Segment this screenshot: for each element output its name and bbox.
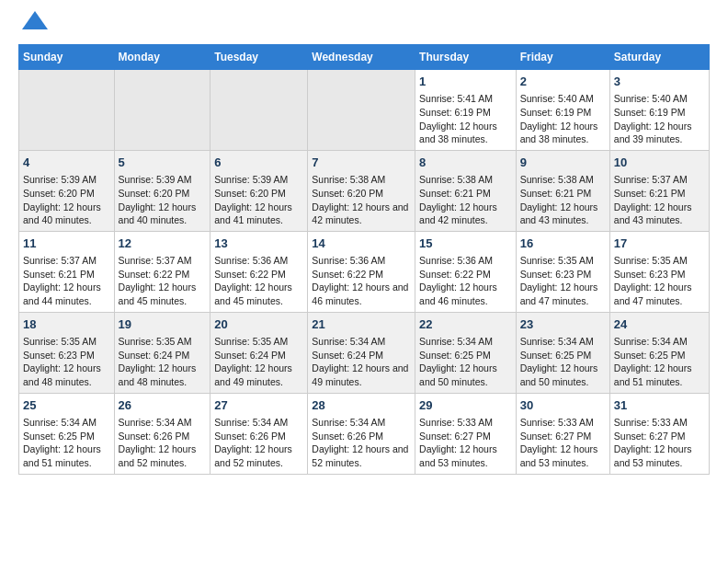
day-number: 9 bbox=[520, 155, 606, 171]
day-number: 10 bbox=[614, 155, 705, 171]
day-number: 6 bbox=[214, 155, 303, 171]
day-number: 24 bbox=[614, 316, 705, 333]
calendar-cell: 21Sunrise: 5:34 AMSunset: 6:24 PMDayligh… bbox=[308, 312, 415, 393]
calendar-cell: 14Sunrise: 5:36 AMSunset: 6:22 PMDayligh… bbox=[308, 231, 415, 312]
calendar-week-3: 11Sunrise: 5:37 AMSunset: 6:21 PMDayligh… bbox=[19, 231, 710, 312]
day-number: 21 bbox=[312, 316, 411, 333]
day-number: 13 bbox=[214, 236, 303, 252]
day-info: Sunrise: 5:37 AMSunset: 6:22 PMDaylight:… bbox=[119, 255, 197, 306]
calendar-cell: 11Sunrise: 5:37 AMSunset: 6:21 PMDayligh… bbox=[19, 231, 115, 312]
day-number: 12 bbox=[119, 236, 207, 252]
day-info: Sunrise: 5:33 AMSunset: 6:27 PMDaylight:… bbox=[419, 417, 497, 468]
calendar-cell: 24Sunrise: 5:34 AMSunset: 6:25 PMDayligh… bbox=[609, 312, 709, 393]
day-info: Sunrise: 5:36 AMSunset: 6:22 PMDaylight:… bbox=[214, 255, 292, 306]
day-info: Sunrise: 5:39 AMSunset: 6:20 PMDaylight:… bbox=[23, 174, 101, 225]
day-info: Sunrise: 5:37 AMSunset: 6:21 PMDaylight:… bbox=[23, 255, 101, 306]
calendar-cell: 16Sunrise: 5:35 AMSunset: 6:23 PMDayligh… bbox=[516, 231, 609, 312]
day-number: 5 bbox=[119, 155, 207, 171]
calendar-cell: 31Sunrise: 5:33 AMSunset: 6:27 PMDayligh… bbox=[609, 393, 709, 474]
calendar-cell bbox=[19, 70, 115, 151]
day-info: Sunrise: 5:39 AMSunset: 6:20 PMDaylight:… bbox=[214, 174, 292, 225]
day-number: 3 bbox=[614, 74, 705, 90]
calendar-cell: 7Sunrise: 5:38 AMSunset: 6:20 PMDaylight… bbox=[308, 150, 415, 231]
day-header-wednesday: Wednesday bbox=[308, 45, 415, 70]
day-number: 4 bbox=[23, 155, 110, 171]
calendar-table: SundayMondayTuesdayWednesdayThursdayFrid… bbox=[18, 44, 710, 475]
day-number: 8 bbox=[419, 155, 512, 171]
day-number: 2 bbox=[520, 74, 606, 90]
calendar-cell: 26Sunrise: 5:34 AMSunset: 6:26 PMDayligh… bbox=[114, 393, 210, 474]
calendar-cell: 27Sunrise: 5:34 AMSunset: 6:26 PMDayligh… bbox=[210, 393, 308, 474]
calendar-week-2: 4Sunrise: 5:39 AMSunset: 6:20 PMDaylight… bbox=[19, 150, 710, 231]
calendar-cell: 10Sunrise: 5:37 AMSunset: 6:21 PMDayligh… bbox=[609, 150, 709, 231]
day-info: Sunrise: 5:34 AMSunset: 6:26 PMDaylight:… bbox=[312, 417, 408, 468]
svg-marker-0 bbox=[22, 11, 48, 29]
calendar-cell: 3Sunrise: 5:40 AMSunset: 6:19 PMDaylight… bbox=[609, 70, 709, 151]
day-number: 31 bbox=[614, 397, 705, 414]
day-number: 16 bbox=[520, 236, 606, 252]
page-header bbox=[18, 18, 710, 29]
calendar-cell: 12Sunrise: 5:37 AMSunset: 6:22 PMDayligh… bbox=[114, 231, 210, 312]
calendar-cell: 17Sunrise: 5:35 AMSunset: 6:23 PMDayligh… bbox=[609, 231, 709, 312]
day-info: Sunrise: 5:34 AMSunset: 6:25 PMDaylight:… bbox=[614, 336, 692, 387]
day-header-thursday: Thursday bbox=[415, 45, 517, 70]
day-info: Sunrise: 5:35 AMSunset: 6:24 PMDaylight:… bbox=[119, 336, 197, 387]
day-info: Sunrise: 5:40 AMSunset: 6:19 PMDaylight:… bbox=[614, 93, 692, 144]
day-info: Sunrise: 5:34 AMSunset: 6:25 PMDaylight:… bbox=[520, 336, 598, 387]
calendar-week-1: 1Sunrise: 5:41 AMSunset: 6:19 PMDaylight… bbox=[19, 70, 710, 151]
day-number: 18 bbox=[23, 316, 110, 333]
day-number: 7 bbox=[312, 155, 411, 171]
calendar-cell: 19Sunrise: 5:35 AMSunset: 6:24 PMDayligh… bbox=[114, 312, 210, 393]
day-info: Sunrise: 5:41 AMSunset: 6:19 PMDaylight:… bbox=[419, 93, 497, 144]
calendar-cell: 13Sunrise: 5:36 AMSunset: 6:22 PMDayligh… bbox=[210, 231, 308, 312]
day-info: Sunrise: 5:40 AMSunset: 6:19 PMDaylight:… bbox=[520, 93, 598, 144]
calendar-cell: 5Sunrise: 5:39 AMSunset: 6:20 PMDaylight… bbox=[114, 150, 210, 231]
day-number: 23 bbox=[520, 316, 606, 333]
day-info: Sunrise: 5:39 AMSunset: 6:20 PMDaylight:… bbox=[119, 174, 197, 225]
day-number: 29 bbox=[419, 397, 512, 414]
calendar-week-5: 25Sunrise: 5:34 AMSunset: 6:25 PMDayligh… bbox=[19, 393, 710, 474]
calendar-cell: 2Sunrise: 5:40 AMSunset: 6:19 PMDaylight… bbox=[516, 70, 609, 151]
day-info: Sunrise: 5:35 AMSunset: 6:23 PMDaylight:… bbox=[614, 255, 692, 306]
calendar-cell: 22Sunrise: 5:34 AMSunset: 6:25 PMDayligh… bbox=[415, 312, 517, 393]
day-number: 28 bbox=[312, 397, 411, 414]
day-info: Sunrise: 5:34 AMSunset: 6:25 PMDaylight:… bbox=[23, 417, 101, 468]
calendar-cell bbox=[210, 70, 308, 151]
logo bbox=[18, 18, 48, 29]
day-info: Sunrise: 5:33 AMSunset: 6:27 PMDaylight:… bbox=[614, 417, 692, 468]
calendar-cell: 18Sunrise: 5:35 AMSunset: 6:23 PMDayligh… bbox=[19, 312, 115, 393]
day-number: 15 bbox=[419, 236, 512, 252]
day-info: Sunrise: 5:34 AMSunset: 6:26 PMDaylight:… bbox=[119, 417, 197, 468]
calendar-cell: 30Sunrise: 5:33 AMSunset: 6:27 PMDayligh… bbox=[516, 393, 609, 474]
calendar-week-4: 18Sunrise: 5:35 AMSunset: 6:23 PMDayligh… bbox=[19, 312, 710, 393]
day-info: Sunrise: 5:33 AMSunset: 6:27 PMDaylight:… bbox=[520, 417, 598, 468]
calendar-cell bbox=[114, 70, 210, 151]
day-number: 17 bbox=[614, 236, 705, 252]
day-info: Sunrise: 5:38 AMSunset: 6:21 PMDaylight:… bbox=[419, 174, 497, 225]
day-number: 30 bbox=[520, 397, 606, 414]
calendar-cell bbox=[308, 70, 415, 151]
calendar-cell: 4Sunrise: 5:39 AMSunset: 6:20 PMDaylight… bbox=[19, 150, 115, 231]
day-info: Sunrise: 5:35 AMSunset: 6:24 PMDaylight:… bbox=[214, 336, 292, 387]
day-number: 26 bbox=[119, 397, 207, 414]
calendar-cell: 6Sunrise: 5:39 AMSunset: 6:20 PMDaylight… bbox=[210, 150, 308, 231]
day-header-friday: Friday bbox=[516, 45, 609, 70]
day-info: Sunrise: 5:36 AMSunset: 6:22 PMDaylight:… bbox=[419, 255, 497, 306]
logo-icon bbox=[22, 11, 48, 29]
day-number: 20 bbox=[214, 316, 303, 333]
day-header-sunday: Sunday bbox=[19, 45, 115, 70]
day-number: 22 bbox=[419, 316, 512, 333]
day-info: Sunrise: 5:38 AMSunset: 6:21 PMDaylight:… bbox=[520, 174, 598, 225]
calendar-cell: 9Sunrise: 5:38 AMSunset: 6:21 PMDaylight… bbox=[516, 150, 609, 231]
calendar-cell: 20Sunrise: 5:35 AMSunset: 6:24 PMDayligh… bbox=[210, 312, 308, 393]
calendar-cell: 15Sunrise: 5:36 AMSunset: 6:22 PMDayligh… bbox=[415, 231, 517, 312]
day-info: Sunrise: 5:35 AMSunset: 6:23 PMDaylight:… bbox=[23, 336, 101, 387]
day-header-tuesday: Tuesday bbox=[210, 45, 308, 70]
day-number: 19 bbox=[119, 316, 207, 333]
day-number: 14 bbox=[312, 236, 411, 252]
day-info: Sunrise: 5:35 AMSunset: 6:23 PMDaylight:… bbox=[520, 255, 598, 306]
day-number: 27 bbox=[214, 397, 303, 414]
day-info: Sunrise: 5:34 AMSunset: 6:25 PMDaylight:… bbox=[419, 336, 497, 387]
day-header-saturday: Saturday bbox=[609, 45, 709, 70]
day-info: Sunrise: 5:34 AMSunset: 6:24 PMDaylight:… bbox=[312, 336, 408, 387]
